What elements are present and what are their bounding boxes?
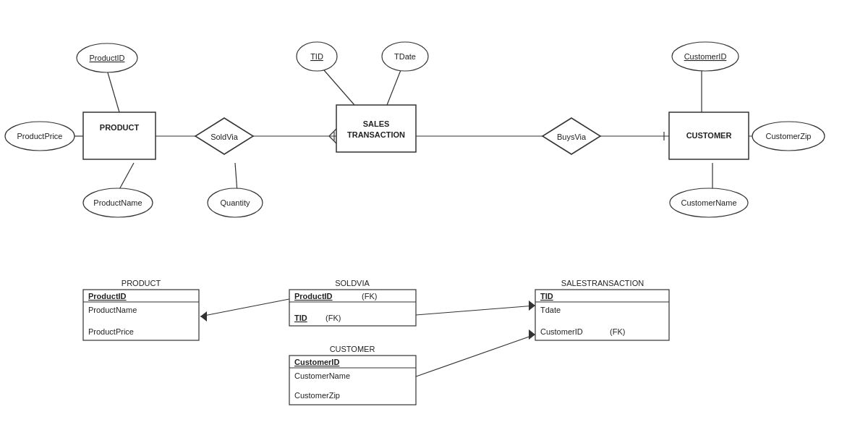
svg-line-15 <box>329 136 336 143</box>
attr-productprice-label: ProductPrice <box>17 132 63 140</box>
entity-customer-label: CUSTOMER <box>686 131 732 140</box>
table-salestransaction-title: SALESTRANSACTION <box>561 279 644 287</box>
attr-customerzip-label: CustomerZip <box>766 132 812 140</box>
svg-line-14 <box>329 129 336 136</box>
svg-line-5 <box>235 163 237 192</box>
er-diagram: PRODUCT SALES TRANSACTION CUSTOMER SoldV… <box>0 0 868 433</box>
table-soldvia-row2: TID <box>294 314 307 322</box>
table-product-row3: ProductPrice <box>88 327 134 336</box>
svg-line-2 <box>118 163 134 192</box>
table-st-fk1: (FK) <box>610 327 625 336</box>
svg-line-28 <box>416 335 535 377</box>
attr-customername-label: CustomerName <box>681 198 736 207</box>
svg-line-0 <box>107 70 119 112</box>
attr-customerid-label: CustomerID <box>684 52 727 61</box>
attr-productname-label: ProductName <box>93 198 142 207</box>
table-soldvia-fk1: (FK) <box>362 292 377 300</box>
entity-sales-label: SALES <box>363 119 390 128</box>
entity-sales-label2: TRANSACTION <box>347 130 405 139</box>
rel-soldvia-label: SoldVia <box>210 133 239 141</box>
svg-line-27 <box>416 306 535 315</box>
arrow-customer-st <box>529 329 535 340</box>
entity-product <box>83 112 156 159</box>
table-soldvia-fk2: (FK) <box>326 314 341 322</box>
table-product-title: PRODUCT <box>122 279 161 287</box>
table-st-row1: TID <box>540 292 553 300</box>
entity-product-label: PRODUCT <box>100 123 140 132</box>
arrow-soldvia-st <box>529 300 535 311</box>
attr-quantity-label: Quantity <box>221 198 250 207</box>
svg-line-4 <box>387 70 401 105</box>
attr-tdate-label: TDate <box>394 52 416 61</box>
table-soldvia-row1: ProductID <box>294 292 333 300</box>
arrow-soldvia-product <box>200 311 207 321</box>
table-customer-row3: CustomerZip <box>294 391 340 400</box>
attr-productid-label: ProductID <box>90 54 125 62</box>
table-st-row3: CustomerID <box>540 327 583 336</box>
table-soldvia-title: SOLDVIA <box>335 279 370 287</box>
entity-sales <box>336 105 416 152</box>
svg-line-3 <box>324 70 354 105</box>
table-st-row2: Tdate <box>540 306 561 314</box>
attr-tid-label: TID <box>310 52 323 61</box>
table-customer-row2: CustomerName <box>294 371 350 380</box>
rel-buysvia-label: BuysVia <box>557 133 587 141</box>
table-product-row1: ProductID <box>88 292 127 300</box>
table-product-row2: ProductName <box>88 306 137 314</box>
table-customer-row1: CustomerID <box>294 358 339 366</box>
table-customer-title: CUSTOMER <box>330 345 375 353</box>
svg-line-26 <box>200 299 289 316</box>
